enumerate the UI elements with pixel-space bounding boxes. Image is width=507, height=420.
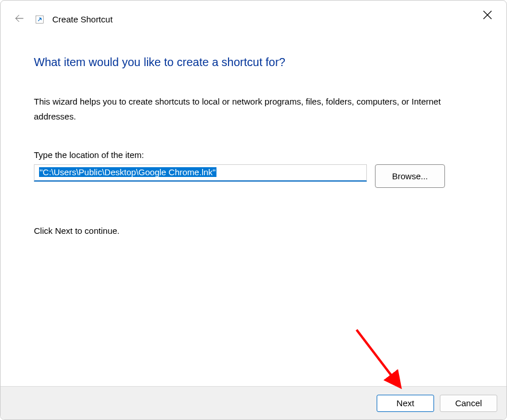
cancel-button[interactable]: Cancel xyxy=(440,395,497,412)
next-button[interactable]: Next xyxy=(377,395,434,412)
back-arrow-icon xyxy=(14,13,25,24)
back-button[interactable] xyxy=(13,12,26,25)
location-input[interactable]: "C:\Users\Public\Desktop\Google Chrome.l… xyxy=(34,164,367,182)
window-title: Create Shortcut xyxy=(52,14,113,24)
shortcut-icon xyxy=(35,15,44,24)
location-input-selection: "C:\Users\Public\Desktop\Google Chrome.l… xyxy=(39,167,216,177)
input-row: "C:\Users\Public\Desktop\Google Chrome.l… xyxy=(34,164,473,188)
close-button[interactable] xyxy=(479,6,496,24)
page-heading: What item would you like to create a sho… xyxy=(34,56,473,69)
wizard-description: This wizard helps you to create shortcut… xyxy=(34,94,473,124)
wizard-footer: Next Cancel xyxy=(1,386,506,419)
titlebar: Create Shortcut xyxy=(1,1,506,34)
wizard-content: What item would you like to create a sho… xyxy=(1,34,506,386)
browse-button[interactable]: Browse... xyxy=(375,164,445,188)
location-label: Type the location of the item: xyxy=(34,150,473,160)
continue-instruction: Click Next to continue. xyxy=(34,226,473,236)
close-icon xyxy=(483,10,492,20)
create-shortcut-wizard: Create Shortcut What item would you like… xyxy=(0,0,507,420)
